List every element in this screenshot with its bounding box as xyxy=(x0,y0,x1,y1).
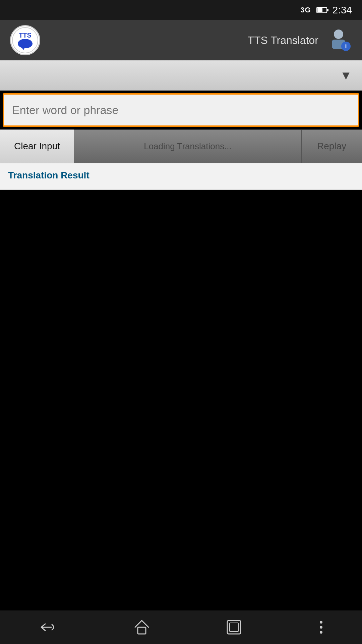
translation-result-label: Translation Result xyxy=(8,170,89,180)
chevron-down-icon: ▼ xyxy=(340,68,352,83)
user-avatar[interactable]: i xyxy=(325,27,352,54)
phrase-input[interactable] xyxy=(3,93,359,127)
back-icon xyxy=(38,621,58,634)
home-button[interactable] xyxy=(133,619,150,636)
svg-rect-10 xyxy=(230,623,238,632)
bottom-navigation xyxy=(0,610,362,644)
app-logo: TTS xyxy=(10,25,40,55)
clear-input-button[interactable]: Clear Input xyxy=(0,129,74,163)
battery-icon xyxy=(316,7,327,13)
loading-translations-button: Loading Translations... xyxy=(74,129,302,163)
svg-text:i: i xyxy=(345,43,347,50)
menu-button[interactable] xyxy=(318,619,324,636)
svg-point-11 xyxy=(320,621,322,624)
app-header: TTS TTS Translator i xyxy=(0,20,362,60)
clock: 2:34 xyxy=(333,4,352,16)
recents-button[interactable] xyxy=(226,619,242,636)
home-icon xyxy=(133,619,150,636)
status-bar: 3G 2:34 xyxy=(0,0,362,20)
translation-result-area: Translation Result xyxy=(0,163,362,190)
svg-point-13 xyxy=(320,631,322,634)
svg-point-4 xyxy=(334,30,343,39)
replay-button[interactable]: Replay xyxy=(302,129,362,163)
signal-strength: 3G xyxy=(300,6,311,14)
svg-rect-8 xyxy=(138,627,146,634)
header-right: TTS Translator i xyxy=(247,27,352,54)
svg-point-12 xyxy=(320,626,322,629)
svg-text:TTS: TTS xyxy=(19,32,32,39)
tts-logo-svg: TTS xyxy=(12,27,39,54)
avatar-icon: i xyxy=(325,27,352,54)
language-dropdown[interactable]: ▼ xyxy=(0,60,362,91)
more-icon xyxy=(318,619,324,636)
back-button[interactable] xyxy=(38,621,58,634)
input-container xyxy=(0,91,362,129)
action-buttons: Clear Input Loading Translations... Repl… xyxy=(0,129,362,163)
svg-point-2 xyxy=(18,39,33,48)
recents-icon xyxy=(226,619,242,636)
app-title: TTS Translator xyxy=(247,34,318,47)
